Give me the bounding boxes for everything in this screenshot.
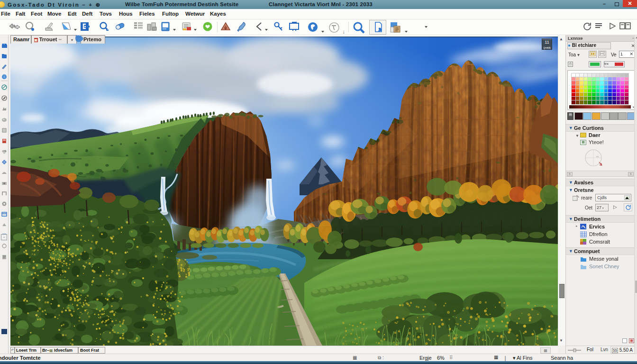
- svg-text:rx: rx: [596, 155, 599, 158]
